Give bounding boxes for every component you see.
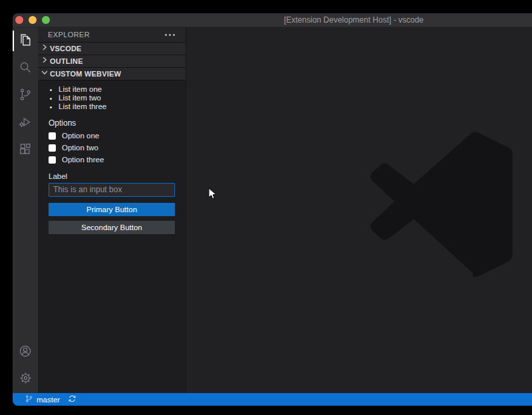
activity-item-run-debug[interactable] bbox=[13, 109, 38, 136]
git-branch-icon bbox=[25, 394, 33, 404]
activity-item-search[interactable] bbox=[13, 55, 38, 82]
sync-status-item[interactable] bbox=[68, 394, 76, 404]
list-item: List item three bbox=[59, 102, 175, 111]
branch-name: master bbox=[37, 396, 60, 404]
checkbox-label: Option three bbox=[62, 156, 104, 164]
list-item: List item two bbox=[59, 94, 175, 102]
primary-button[interactable]: Primary Button bbox=[49, 203, 175, 216]
zoom-window-button[interactable] bbox=[42, 16, 50, 24]
activity-item-settings[interactable] bbox=[13, 366, 38, 393]
account-icon bbox=[18, 344, 33, 361]
options-heading: Options bbox=[49, 118, 175, 128]
git-branch-icon bbox=[18, 87, 33, 104]
minimize-window-button[interactable] bbox=[29, 16, 37, 24]
checkbox-option-two[interactable]: Option two bbox=[49, 144, 175, 152]
checkbox-option-one[interactable]: Option one bbox=[49, 132, 175, 140]
search-icon bbox=[18, 60, 33, 77]
explorer-header: EXPLORER bbox=[38, 27, 186, 42]
branch-status-item[interactable]: master bbox=[25, 394, 60, 404]
list-item: List item one bbox=[59, 85, 175, 94]
extensions-icon bbox=[18, 142, 33, 159]
run-debug-icon bbox=[18, 114, 33, 132]
gear-icon bbox=[19, 371, 33, 388]
section-label: VSCODE bbox=[50, 45, 82, 53]
sidebar-explorer: EXPLORER VSCODE OUTLINE CUSTOM WEBV bbox=[38, 27, 186, 393]
checkbox-icon[interactable] bbox=[49, 132, 56, 140]
activity-item-accounts[interactable] bbox=[13, 339, 38, 366]
window-title: [Extension Development Host] - vscode bbox=[284, 13, 424, 27]
chevron-right-icon bbox=[39, 42, 50, 55]
activity-item-source-control[interactable] bbox=[13, 82, 38, 109]
more-actions-icon[interactable] bbox=[165, 34, 175, 36]
checkbox-option-three[interactable]: Option three bbox=[49, 156, 175, 164]
vscode-window: [Extension Development Host] - vscode bbox=[13, 13, 532, 406]
files-icon bbox=[18, 33, 33, 50]
section-header-custom-webview[interactable]: CUSTOM WEBVIEW bbox=[38, 67, 186, 80]
custom-webview-panel: List item one List item two List item th… bbox=[38, 80, 186, 393]
text-input[interactable] bbox=[49, 183, 175, 197]
activity-item-explorer[interactable] bbox=[13, 27, 38, 55]
status-bar: master bbox=[13, 393, 532, 406]
checkbox-label: Option one bbox=[62, 132, 99, 140]
activity-bar bbox=[13, 27, 38, 393]
checkbox-icon[interactable] bbox=[49, 144, 56, 152]
section-label: OUTLINE bbox=[50, 57, 83, 65]
vscode-logo-watermark bbox=[369, 130, 515, 279]
chevron-right-icon bbox=[39, 55, 50, 68]
input-label: Label bbox=[49, 172, 175, 180]
section-header-vscode[interactable]: VSCODE bbox=[38, 42, 186, 55]
section-header-outline[interactable]: OUTLINE bbox=[38, 55, 186, 67]
title-bar: [Extension Development Host] - vscode bbox=[13, 13, 532, 27]
activity-item-extensions[interactable] bbox=[13, 136, 38, 164]
secondary-button[interactable]: Secondary Button bbox=[49, 221, 175, 234]
webview-list: List item one List item two List item th… bbox=[49, 85, 175, 112]
close-window-button[interactable] bbox=[15, 16, 23, 24]
chevron-down-icon bbox=[39, 67, 50, 80]
sync-icon bbox=[68, 394, 76, 404]
checkbox-label: Option two bbox=[62, 144, 98, 152]
section-label: CUSTOM WEBVIEW bbox=[50, 70, 121, 78]
editor-area[interactable] bbox=[186, 27, 532, 393]
mouse-cursor bbox=[208, 188, 217, 200]
checkbox-icon[interactable] bbox=[49, 156, 56, 164]
traffic-lights bbox=[15, 16, 50, 24]
explorer-title: EXPLORER bbox=[48, 31, 165, 39]
